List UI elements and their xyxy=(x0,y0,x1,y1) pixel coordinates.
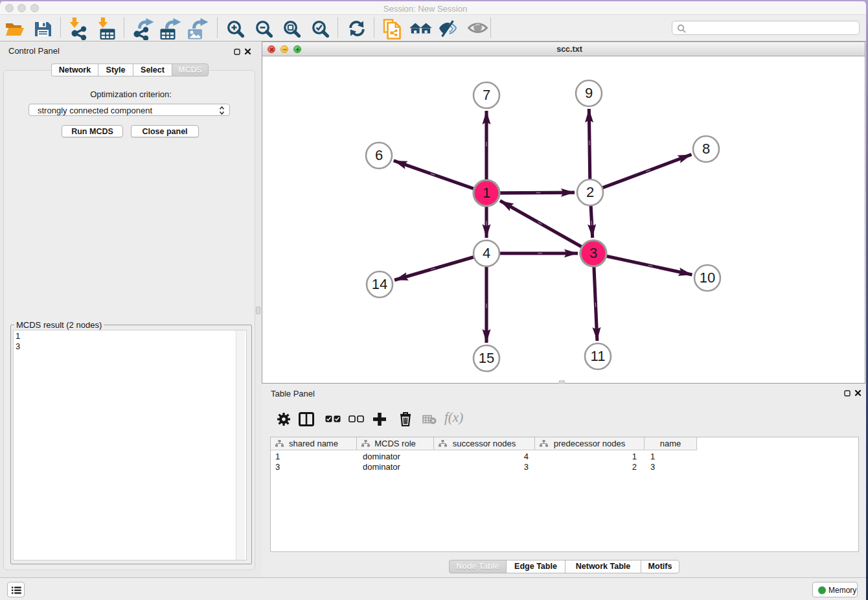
svg-text:6: 6 xyxy=(375,147,383,163)
svg-text:7: 7 xyxy=(483,87,490,103)
svg-text:10: 10 xyxy=(700,270,715,286)
svg-text:11: 11 xyxy=(591,348,606,364)
svg-text:9: 9 xyxy=(585,85,593,101)
svg-text:15: 15 xyxy=(479,350,494,366)
svg-text:14: 14 xyxy=(372,276,387,292)
svg-text:1: 1 xyxy=(483,185,490,201)
svg-text:4: 4 xyxy=(483,245,490,261)
svg-text:2: 2 xyxy=(586,184,594,200)
svg-text:3: 3 xyxy=(589,245,597,261)
svg-text:8: 8 xyxy=(702,141,710,157)
